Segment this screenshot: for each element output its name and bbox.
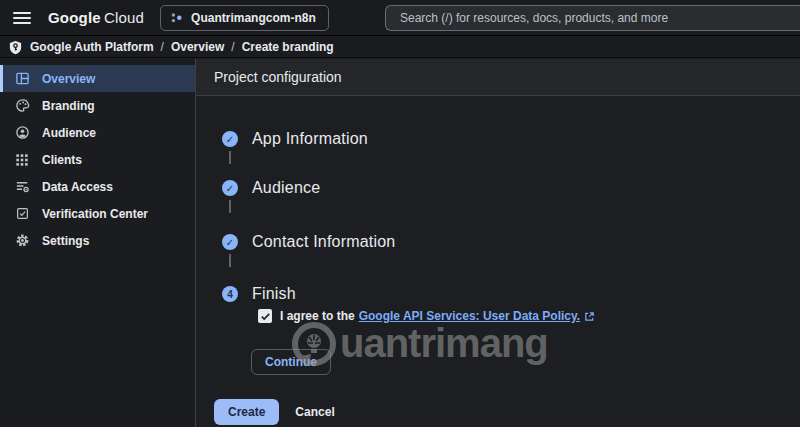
create-button[interactable]: Create: [214, 399, 279, 425]
continue-button[interactable]: Continue: [251, 349, 331, 375]
sidebar-item-overview[interactable]: Overview: [0, 65, 195, 92]
sidebar-item-clients[interactable]: Clients: [0, 146, 195, 173]
search-placeholder: Search (/) for resources, docs, products…: [400, 11, 668, 25]
auth-platform-shield-icon: [8, 40, 23, 55]
user-data-policy-link[interactable]: Google API Services: User Data Policy.: [359, 309, 580, 323]
menu-icon[interactable]: [13, 12, 31, 24]
step-number-badge: 4: [222, 286, 238, 302]
watermark-text: uantrimang: [340, 323, 548, 363]
body: Overview Branding Audience Clients: [0, 59, 800, 427]
breadcrumb-create-branding[interactable]: Create branding: [242, 40, 334, 54]
agreement-text: I agree to the Google API Services: User…: [280, 309, 595, 323]
step-connector: [229, 151, 231, 164]
checkbox-check-icon: [14, 206, 30, 222]
agreement-prefix: I agree to the: [280, 309, 355, 323]
main-content: Project configuration ✓ App Information …: [196, 59, 800, 427]
sidebar: Overview Branding Audience Clients: [0, 59, 196, 427]
step-contact-information: ✓ Contact Information: [222, 233, 395, 251]
sidebar-item-verification-center[interactable]: Verification Center: [0, 200, 195, 227]
sidebar-item-label: Clients: [42, 153, 82, 167]
stepper: ✓ App Information ✓ Audience ✓ Contact I…: [196, 96, 800, 426]
step-audience: ✓ Audience: [222, 179, 320, 197]
step-label: Audience: [252, 179, 320, 197]
form-actions: Create Cancel: [214, 399, 335, 425]
sidebar-item-label: Audience: [42, 126, 96, 140]
external-link-icon: [584, 311, 595, 322]
step-connector: [229, 200, 231, 213]
sidebar-item-settings[interactable]: Settings: [0, 227, 195, 254]
breadcrumb: Google Auth Platform / Overview / Create…: [0, 37, 800, 58]
step-connector: [229, 254, 231, 267]
palette-icon: [14, 98, 30, 114]
sidebar-item-label: Overview: [42, 72, 95, 86]
step-complete-check-icon: ✓: [222, 234, 238, 250]
project-name: Quantrimangcom-n8n: [191, 11, 316, 25]
topbar: GoogleCloud Quantrimangcom-n8n Search (/…: [0, 0, 800, 36]
person-icon: [14, 125, 30, 141]
breadcrumb-separator: /: [231, 40, 234, 54]
sidebar-item-label: Branding: [42, 99, 95, 113]
step-app-information: ✓ App Information: [222, 130, 368, 148]
page-title: Project configuration: [214, 69, 342, 85]
step-label: App Information: [252, 130, 368, 148]
breadcrumb-auth-platform[interactable]: Google Auth Platform: [30, 40, 154, 54]
logo-cloud-text: Cloud: [104, 9, 144, 26]
grid-icon: [14, 152, 30, 168]
search-input[interactable]: Search (/) for resources, docs, products…: [385, 5, 800, 31]
google-cloud-console: GoogleCloud Quantrimangcom-n8n Search (/…: [0, 0, 800, 427]
sidebar-item-audience[interactable]: Audience: [0, 119, 195, 146]
project-selector[interactable]: Quantrimangcom-n8n: [160, 5, 329, 31]
cancel-button[interactable]: Cancel: [295, 405, 334, 419]
sidebar-item-label: Verification Center: [42, 207, 148, 221]
agreement-row: I agree to the Google API Services: User…: [258, 309, 595, 323]
sidebar-item-label: Settings: [42, 234, 89, 248]
google-cloud-logo[interactable]: GoogleCloud: [48, 9, 144, 26]
overview-icon: [14, 71, 30, 87]
sidebar-item-branding[interactable]: Branding: [0, 92, 195, 119]
logo-google-text: Google: [48, 9, 101, 26]
breadcrumb-overview[interactable]: Overview: [171, 40, 224, 54]
list-gear-icon: [14, 179, 30, 195]
step-label: Contact Information: [252, 233, 395, 251]
step-finish: 4 Finish: [222, 285, 296, 303]
step-complete-check-icon: ✓: [222, 180, 238, 196]
step-label: Finish: [252, 285, 296, 303]
sidebar-item-label: Data Access: [42, 180, 113, 194]
step-complete-check-icon: ✓: [222, 131, 238, 147]
project-icon: [170, 11, 184, 25]
sidebar-item-data-access[interactable]: Data Access: [0, 173, 195, 200]
content-header: Project configuration: [196, 59, 800, 96]
gear-icon: [14, 233, 30, 249]
agree-checkbox[interactable]: [258, 309, 272, 323]
breadcrumb-separator: /: [161, 40, 164, 54]
